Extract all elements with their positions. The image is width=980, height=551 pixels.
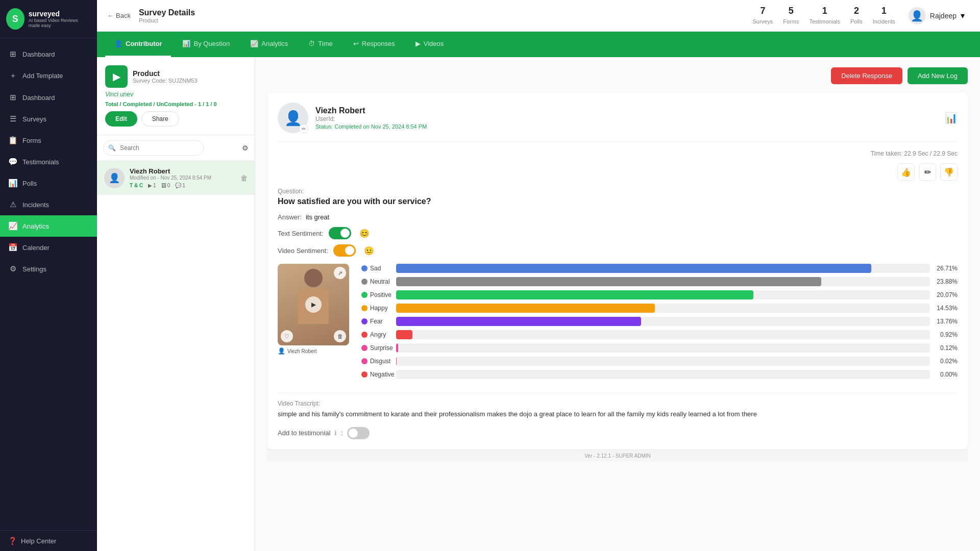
search-input[interactable]: [103, 140, 204, 156]
chart-pct-fear: 13.76%: [934, 318, 958, 325]
testimonial-info-icon[interactable]: ℹ: [334, 430, 337, 437]
transcript-label: Video Trascript:: [278, 400, 958, 407]
chart-dot-surprise: [361, 345, 368, 351]
text-sentiment-label: Text Sentiment:: [278, 230, 324, 237]
sidebar-item-analytics[interactable]: 📈 Analytics: [0, 215, 97, 237]
stat-forms[interactable]: 5 Forms: [783, 6, 799, 26]
question-label: Question:: [278, 188, 958, 195]
sidebar-item-dashboard1[interactable]: ⊞ Dashboard: [0, 43, 97, 65]
total-label: Total / Completed / UnCompleted: [105, 101, 193, 107]
sidebar-item-dashboard2[interactable]: ⊞ Dashboard: [0, 87, 97, 108]
tab-analytics-label: Analytics: [261, 40, 288, 47]
video-sentiment-toggle[interactable]: [333, 244, 356, 257]
user-area[interactable]: 👤 Rajdeep ▾: [903, 4, 970, 28]
stat-incidents[interactable]: 1 Incidents: [873, 6, 895, 26]
calendar-icon: 📅: [8, 243, 17, 252]
time-taken: Time taken: 22.9 Sec / 22.9 Sec: [278, 150, 958, 157]
video-share-button[interactable]: ⇗: [334, 267, 346, 279]
stat-polls[interactable]: 2 Polls: [850, 6, 863, 26]
by-question-tab-icon: 📊: [182, 40, 190, 47]
text-sentiment-toggle[interactable]: [329, 227, 351, 239]
video-like-button[interactable]: ♡: [281, 330, 293, 342]
chart-pct-surprise: 0.12%: [934, 344, 958, 352]
chart-pct-disgust: 0.02%: [934, 358, 958, 365]
page-subtitle: Product: [139, 17, 745, 23]
search-bar: 🔍 ⚙: [97, 135, 255, 161]
stat-surveys[interactable]: 7 Surveys: [753, 6, 773, 26]
sidebar-item-testimonials[interactable]: 💬 Testimonials: [0, 151, 97, 172]
tab-by-question[interactable]: 📊 By Question: [173, 32, 239, 57]
chart-row-angry: Angry0.92%: [361, 330, 958, 339]
contributor-card[interactable]: 👤 Viezh Robert Modified on - Nov 25, 202…: [97, 161, 255, 195]
product-header: ▶ Product Survey Code: SUJZNM53 Vinci un…: [97, 57, 255, 135]
chart-pct-positive: 20.07%: [934, 291, 958, 298]
sidebar-item-settings[interactable]: ⚙ Settings: [0, 258, 97, 280]
delete-contributor-icon[interactable]: 🗑: [240, 174, 248, 182]
chart-label-sad: Sad: [361, 265, 392, 272]
testimonial-toggle[interactable]: [347, 427, 370, 439]
time-tab-icon: ⏱: [308, 40, 315, 47]
add-log-button[interactable]: Add New Log: [908, 67, 968, 84]
answer-row: Answer: its great: [278, 213, 958, 221]
logo-sub: AI based Video Reviews made easy: [29, 18, 91, 28]
testimonial-row: Add to testimonial ℹ :: [278, 427, 958, 439]
tab-time[interactable]: ⏱ Time: [299, 32, 341, 57]
tab-contributor-label: Contributor: [126, 40, 162, 47]
chart-label-positive: Positive: [361, 291, 392, 298]
chart-bar-bg-happy: [396, 304, 930, 313]
sidebar-item-label: Surveys: [22, 115, 46, 123]
sidebar-item-add-template[interactable]: ＋ Add Template: [0, 65, 97, 87]
stat-polls-label: Polls: [850, 18, 863, 24]
stat-forms-num: 5: [783, 6, 799, 16]
chart-pct-happy: 14.53%: [934, 305, 958, 312]
sidebar-item-surveys[interactable]: ☰ Surveys: [0, 108, 97, 130]
share-button[interactable]: Share: [141, 111, 179, 127]
edit-response-button[interactable]: ✏: [919, 163, 936, 181]
back-button[interactable]: ← Back: [107, 12, 131, 19]
tab-contributor[interactable]: 👤 Contributor: [105, 32, 171, 57]
chart-bar-fill-fear: [396, 317, 641, 326]
image-icon: 🖼 0: [161, 183, 170, 188]
tab-time-label: Time: [318, 40, 332, 47]
video-delete-button[interactable]: 🗑: [334, 330, 346, 342]
help-center-item[interactable]: ❓ Help Center: [0, 530, 97, 551]
total-line: Total / Completed / UnCompleted - 1 / 1 …: [105, 101, 247, 107]
tab-responses[interactable]: ↩ Responses: [344, 32, 404, 57]
silhouette-head: [304, 269, 323, 287]
chart-label-angry: Angry: [361, 331, 392, 338]
chart-dot-negative: [361, 371, 368, 378]
video-play-button[interactable]: ▶: [305, 296, 322, 313]
user-dropdown-icon: ▾: [961, 11, 965, 20]
video-thumbnail: ⇗ ▶ ♡ 🗑: [278, 264, 349, 345]
respondent-chart-icon[interactable]: 📊: [945, 112, 958, 124]
filter-icon[interactable]: ⚙: [242, 144, 249, 152]
video-actions: ♡ 🗑: [281, 330, 346, 342]
stat-surveys-label: Surveys: [753, 18, 773, 24]
sidebar-item-calendar[interactable]: 📅 Calender: [0, 237, 97, 258]
avatar-edit-icon[interactable]: ✏: [299, 124, 308, 133]
stat-testimonials[interactable]: 1 Testimonials: [809, 6, 840, 26]
back-arrow-icon: ←: [107, 12, 114, 19]
stat-incidents-num: 1: [873, 6, 895, 16]
top-header: ← Back Survey Details Product 7 Surveys …: [97, 0, 980, 32]
thumbs-up-button[interactable]: 👍: [897, 163, 915, 181]
video-user-name: Viezh Robert: [287, 348, 317, 354]
tab-videos-label: Videos: [424, 40, 444, 47]
sidebar-item-forms[interactable]: 📋 Forms: [0, 130, 97, 151]
product-name: Product: [133, 69, 198, 78]
thumbs-down-button[interactable]: 👎: [940, 163, 958, 181]
delete-response-button[interactable]: Delete Response: [831, 67, 902, 84]
sidebar-item-incidents[interactable]: ⚠ Incidents: [0, 194, 97, 215]
content-area: ▶ Product Survey Code: SUJZNM53 Vinci un…: [97, 57, 980, 551]
edit-button[interactable]: Edit: [105, 111, 137, 127]
tab-analytics[interactable]: 📈 Analytics: [241, 32, 297, 57]
product-link[interactable]: Vinci unev: [105, 91, 247, 98]
survey-code-label: Survey Code:: [133, 78, 167, 84]
dashboard-icon: ⊞: [8, 49, 17, 59]
contributor-name: Viezh Robert: [130, 167, 235, 175]
chart-pct-angry: 0.92%: [934, 331, 958, 338]
sidebar-item-polls[interactable]: 📊 Polls: [0, 172, 97, 194]
sidebar-item-label: Forms: [22, 137, 41, 144]
stat-testimonials-num: 1: [809, 6, 840, 16]
tab-videos[interactable]: ▶ Videos: [406, 32, 453, 57]
